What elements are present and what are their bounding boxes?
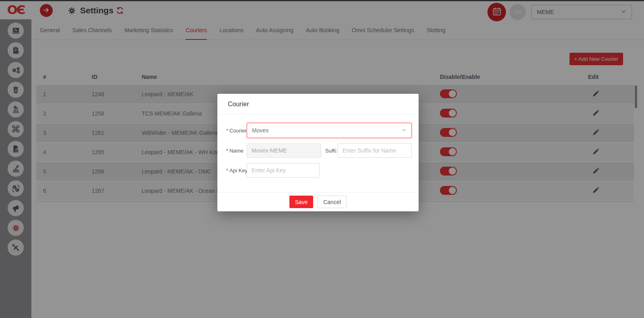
suffix-input[interactable] [338, 143, 412, 158]
courier-field-label: *Courier [226, 128, 247, 134]
modal-body: *Courier Movex *Name Suffix *Api Key [217, 115, 419, 192]
required-asterisk: * [226, 128, 228, 134]
courier-modal: Courier *Courier Movex *Name Suffix *Api… [217, 94, 419, 211]
name-field-label: *Name [226, 148, 247, 154]
cancel-button[interactable]: Cancel [318, 196, 347, 208]
save-button[interactable]: Save [289, 196, 313, 208]
modal-footer: Save Cancel [217, 192, 419, 211]
required-asterisk: * [226, 167, 228, 173]
courier-select-value: Movex [252, 127, 268, 134]
required-asterisk: * [226, 148, 228, 154]
api-key-field-label: *Api Key [226, 167, 247, 173]
chevron-down-icon [402, 127, 407, 134]
name-input[interactable] [247, 143, 321, 158]
api-key-input[interactable] [247, 163, 320, 178]
modal-title: Courier [217, 94, 419, 115]
courier-select[interactable]: Movex [247, 123, 412, 138]
suffix-field-label: Suffix [325, 148, 336, 154]
app-window: OЄ ⌘$€ Settings [0, 0, 644, 318]
